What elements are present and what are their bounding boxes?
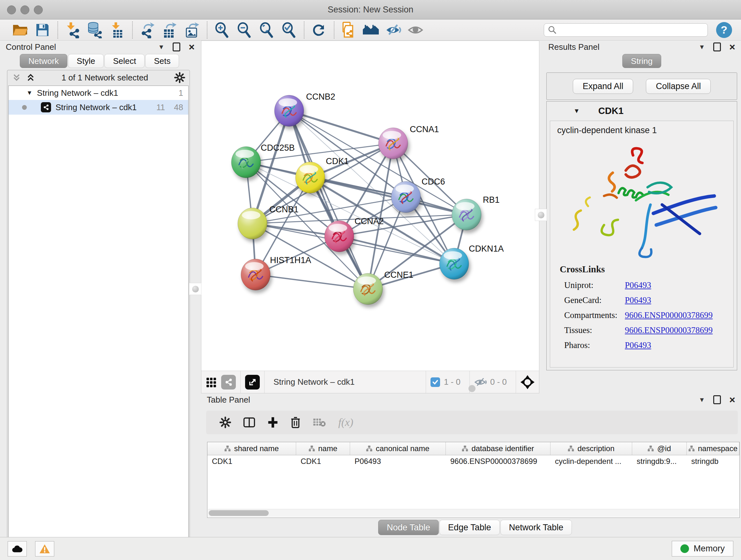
column-header[interactable]: name xyxy=(296,442,350,455)
window-controls[interactable] xyxy=(7,5,43,14)
fit-move-icon[interactable] xyxy=(521,375,535,389)
warnings-button[interactable] xyxy=(35,541,54,557)
node-table: shared name name canonical name database… xyxy=(207,442,740,518)
export-image-button[interactable] xyxy=(183,21,201,39)
add-column-icon[interactable] xyxy=(267,417,278,428)
column-header[interactable]: database identifier xyxy=(446,442,550,455)
maximize-window-icon[interactable] xyxy=(34,5,43,14)
zoom-out-button[interactable] xyxy=(235,21,253,39)
panel-menu-icon[interactable]: ▼ xyxy=(158,44,165,51)
table-panel-title: Table Panel xyxy=(207,395,699,405)
tab-string[interactable]: String xyxy=(622,54,661,68)
memory-button[interactable]: Memory xyxy=(672,541,733,557)
import-table-button[interactable] xyxy=(108,21,126,39)
toolbar-separator xyxy=(240,371,241,393)
tab-network-table[interactable]: Network Table xyxy=(500,520,572,535)
crosslink-link[interactable]: 9606.ENSP00000378699 xyxy=(625,310,713,320)
open-session-button[interactable] xyxy=(11,21,29,39)
open-in-new-window-button[interactable] xyxy=(245,375,260,389)
import-network-from-database-button[interactable] xyxy=(85,21,104,39)
graph-node-CCNB2[interactable]: CCNB2 xyxy=(274,92,335,126)
table-row[interactable]: CDK1 CDK1 P06493 9606.ENSP00000378699 cy… xyxy=(207,455,739,468)
crosslink-link[interactable]: P06493 xyxy=(625,295,651,305)
search-box[interactable] xyxy=(544,23,708,37)
column-header[interactable]: description xyxy=(550,442,632,455)
network-graph[interactable]: CCNB2CCNA1CDC25BCDK1CDC6RB1CCNB1CCNA2CDK… xyxy=(201,41,539,371)
export-network-button[interactable] xyxy=(138,21,156,39)
expand-all-networks-icon[interactable] xyxy=(12,73,21,82)
panel-menu-icon[interactable]: ▼ xyxy=(699,44,705,51)
graph-node-HIST1H1A[interactable]: HIST1H1A xyxy=(241,255,311,290)
crosslink-link[interactable]: 9606.ENSP00000378699 xyxy=(625,325,713,335)
zoom-selected-button[interactable] xyxy=(280,21,298,39)
column-header[interactable]: namespace xyxy=(687,442,739,455)
collapse-icon[interactable]: ▼ xyxy=(574,107,580,115)
zoom-fit-button[interactable] xyxy=(257,21,276,39)
zoom-in-button[interactable] xyxy=(212,21,231,39)
right-splitter-handle[interactable] xyxy=(535,209,547,221)
gear-icon[interactable] xyxy=(219,417,231,428)
zoom-selected-icon xyxy=(281,22,296,38)
float-panel-icon[interactable] xyxy=(173,43,180,51)
network-row-selected[interactable]: String Network – cdk1 11 48 xyxy=(9,100,188,115)
close-window-icon[interactable] xyxy=(7,5,16,14)
hide-selected-button[interactable] xyxy=(384,21,403,39)
float-panel-icon[interactable] xyxy=(713,395,721,404)
show-all-button[interactable] xyxy=(407,21,425,39)
string-share-button[interactable] xyxy=(221,375,236,389)
crosslink-link[interactable]: P06493 xyxy=(625,280,651,290)
graph-node-CCNE1[interactable]: CCNE1 xyxy=(353,270,414,305)
minimize-window-icon[interactable] xyxy=(20,5,29,14)
collapse-all-button[interactable]: Collapse All xyxy=(646,79,711,94)
collapse-all-networks-icon[interactable] xyxy=(26,73,36,82)
graph-edge-CCNB2-CCNA1[interactable] xyxy=(289,111,393,143)
tab-select[interactable]: Select xyxy=(105,54,145,68)
toolbar-separator xyxy=(516,371,516,393)
search-input[interactable] xyxy=(557,25,708,35)
bottom-splitter-handle[interactable] xyxy=(468,385,475,392)
gear-icon[interactable] xyxy=(174,72,185,83)
scrollbar-thumb[interactable] xyxy=(209,510,269,516)
graph-node-CDK1[interactable]: CDK1 xyxy=(295,157,349,193)
panel-menu-icon[interactable]: ▼ xyxy=(699,396,705,403)
column-header[interactable]: shared name xyxy=(207,442,296,455)
close-panel-icon[interactable]: × xyxy=(189,42,195,52)
help-button[interactable]: ? xyxy=(716,22,732,38)
tab-node-table[interactable]: Node Table xyxy=(378,520,439,535)
save-session-button[interactable] xyxy=(33,21,52,39)
close-panel-icon[interactable]: × xyxy=(729,395,735,405)
clone-network-button[interactable] xyxy=(340,21,358,39)
network-collection-row[interactable]: ▼ String Network – cdk1 1 xyxy=(9,86,188,100)
export-table-button[interactable] xyxy=(160,21,179,39)
column-header[interactable]: canonical name xyxy=(350,442,446,455)
table-horizontal-scrollbar[interactable] xyxy=(208,509,739,517)
app-store-button[interactable] xyxy=(8,541,27,557)
graph-edge-CCNB2-RB1[interactable] xyxy=(289,111,467,214)
edge-count: 48 xyxy=(174,103,183,112)
import-network-button[interactable] xyxy=(63,21,82,39)
graph-node-CCNA1[interactable]: CCNA1 xyxy=(379,125,439,159)
crosslink-link[interactable]: P06493 xyxy=(625,340,651,350)
home-button[interactable] xyxy=(362,21,381,39)
collection-name: String Network – cdk1 xyxy=(37,88,179,98)
delete-column-icon[interactable] xyxy=(290,416,300,428)
graph-node-label: HIST1H1A xyxy=(270,255,311,265)
left-splitter-handle[interactable] xyxy=(189,283,201,295)
selected-checkbox[interactable] xyxy=(430,377,440,387)
refresh-button[interactable] xyxy=(310,21,328,39)
protein-section-header[interactable]: ▼ CDK1 xyxy=(547,102,737,120)
birdseye-grid-icon[interactable] xyxy=(206,376,217,388)
collapse-icon[interactable]: ▼ xyxy=(26,89,32,97)
graph-node-CDKN1A[interactable]: CDKN1A xyxy=(440,244,504,279)
tab-sets[interactable]: Sets xyxy=(145,54,179,68)
graph-node-RB1[interactable]: RB1 xyxy=(452,195,500,230)
float-panel-icon[interactable] xyxy=(713,43,721,51)
tab-style[interactable]: Style xyxy=(68,54,104,68)
column-header[interactable]: @id xyxy=(632,442,687,455)
graph-edge-HIST1H1A-CCNE1[interactable] xyxy=(256,274,368,289)
tab-network[interactable]: Network xyxy=(20,54,67,68)
tab-edge-table[interactable]: Edge Table xyxy=(440,520,500,535)
expand-all-button[interactable]: Expand All xyxy=(573,79,633,94)
show-columns-icon[interactable] xyxy=(243,417,255,428)
close-panel-icon[interactable]: × xyxy=(729,42,735,52)
